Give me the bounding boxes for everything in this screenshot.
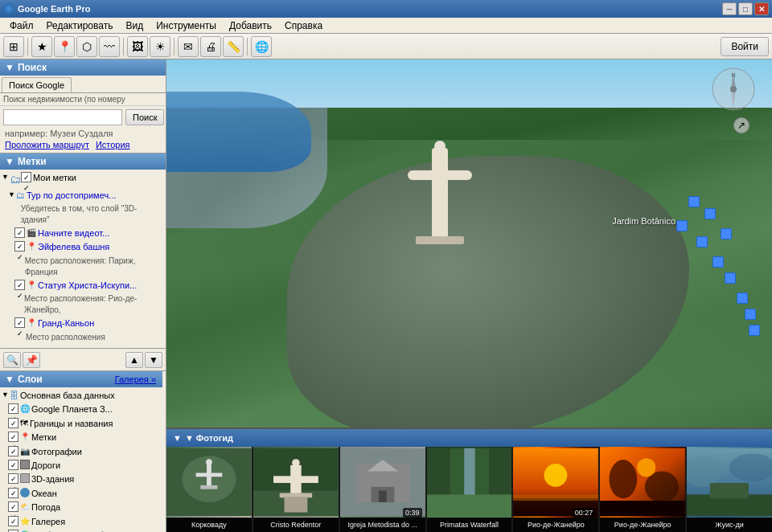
eiffel-label[interactable]: Эйфелева башня (38, 241, 109, 253)
nav-arrow[interactable]: ↗ (733, 117, 749, 133)
gallery-button[interactable]: Галерея » (112, 374, 159, 384)
photo-thumb-4[interactable]: Primatas Waterfall (427, 447, 514, 532)
layer-roads[interactable]: ✓ Дороги (2, 459, 164, 473)
toolbar-photo-btn[interactable]: 🖼 (127, 36, 148, 57)
move-up-btn[interactable]: ▲ (125, 352, 143, 368)
borders-label[interactable]: Границы и названия (30, 418, 113, 430)
photo-thumb-5[interactable]: 00:27 Рио-де-Жанейро (513, 447, 600, 532)
photos-label[interactable]: Фотографии (31, 446, 82, 458)
search-marks-btn[interactable]: 🔍 (3, 352, 21, 368)
layer-photos[interactable]: ✓ 📷 Фотографии (2, 445, 164, 459)
marker-3[interactable] (712, 256, 724, 268)
roads-label[interactable]: Дороги (31, 460, 60, 472)
layer-marks[interactable]: ✓ 📍 Метки (2, 431, 164, 444)
checkbox-canyon[interactable]: ✓ (14, 317, 25, 328)
nav-compass[interactable]: N (712, 68, 756, 112)
marker-5[interactable] (737, 293, 748, 304)
title-bar-controls[interactable]: ─ □ ✕ (722, 2, 769, 15)
maximize-button[interactable]: □ (738, 2, 753, 15)
layer-global[interactable]: ✓ 🌍 Глобальные проб... (2, 529, 164, 532)
marker-6[interactable] (745, 309, 756, 320)
toolbar-measure-btn[interactable]: 📏 (223, 36, 244, 57)
marker-8[interactable] (704, 208, 716, 219)
checkbox-marks-layer[interactable]: ✓ (8, 432, 18, 442)
tree-item-canyon[interactable]: ✓ 📍 Гранд-Каньон (2, 317, 164, 330)
checkbox-google-planet[interactable]: ✓ (8, 403, 18, 414)
checkbox-photos[interactable]: ✓ (8, 446, 18, 456)
checkbox-christ[interactable]: ✓ (14, 280, 25, 290)
weather-label[interactable]: Погода (31, 501, 60, 514)
google-planet-label[interactable]: Google Планета З... (31, 403, 113, 415)
checkbox-video[interactable]: ✓ (14, 227, 25, 238)
menu-help[interactable]: Справка (278, 19, 329, 32)
minimize-button[interactable]: ─ (722, 2, 737, 15)
search-button[interactable]: Поиск (125, 109, 164, 125)
photo-thumb-1[interactable]: Корковаду (166, 447, 253, 532)
login-button[interactable]: Войти (721, 37, 769, 56)
toolbar-sun-btn[interactable]: ☀ (150, 36, 170, 57)
checkbox-eiffel[interactable]: ✓ (14, 241, 25, 252)
checkbox-roads[interactable]: ✓ (8, 460, 18, 470)
tour-label[interactable]: Тур по достопримеч... (27, 190, 116, 202)
expander-my-marks[interactable]: ▼ (2, 172, 10, 182)
marker-10[interactable] (688, 196, 700, 207)
marker-1[interactable] (676, 220, 688, 231)
route-link[interactable]: Проложить маршрут (5, 140, 89, 149)
gallery-label[interactable]: Галерея (31, 516, 65, 528)
toolbar-path-btn[interactable]: 〰 (99, 36, 120, 57)
marker-4[interactable] (725, 272, 736, 284)
my-marks-label[interactable]: Мои метки (33, 172, 76, 184)
tree-item-my-marks[interactable]: ▼ 🗂 ✓ Мои метки (2, 171, 164, 189)
toolbar-placemark-btn[interactable]: 📍 (54, 36, 75, 57)
checkbox-my-marks[interactable]: ✓ (21, 172, 31, 182)
layer-google-planet[interactable]: ✓ 🌐 Google Планета З... (2, 403, 164, 416)
menu-add[interactable]: Добавить (223, 19, 278, 32)
search-input[interactable] (3, 109, 122, 125)
add-mark-btn[interactable]: 📌 (23, 352, 40, 368)
expander-main-db[interactable]: ▼ (2, 390, 10, 400)
toolbar-print-btn[interactable]: 🖨 (200, 36, 221, 57)
checkbox-weather[interactable]: ✓ (8, 501, 18, 512)
photo-thumb-3[interactable]: 0:39 Igreja Metodista do ... (340, 447, 427, 532)
tab-google-search[interactable]: Поиск Google (2, 77, 72, 92)
tree-item-christ[interactable]: ✓ 📍 Статуя Христа-Искупи... (2, 279, 164, 293)
layer-gallery[interactable]: ✓ ⭐ Галерея (2, 515, 164, 529)
tree-item-eiffel[interactable]: ✓ 📍 Эйфелева башня (2, 240, 164, 254)
history-link[interactable]: История (96, 140, 130, 149)
toolbar-layers-btn[interactable]: ⊞ (3, 36, 24, 57)
marker-9[interactable] (721, 228, 732, 239)
layers-header[interactable]: ▼ Слои (0, 371, 109, 387)
move-down-btn[interactable]: ▼ (145, 352, 162, 368)
3d-label[interactable]: 3D-здания (31, 473, 74, 485)
layer-3d[interactable]: ✓ 3D-здания (2, 473, 164, 486)
canyon-label[interactable]: Гранд-Каньон (38, 317, 94, 329)
toolbar-earth-btn[interactable]: 🌐 (251, 36, 272, 57)
photo-thumb-6[interactable]: Рио-де-Жанейро (600, 447, 687, 532)
layer-main-db[interactable]: ▼ 🗄 Основная база данных (2, 389, 164, 403)
toolbar-mail-btn[interactable]: ✉ (178, 36, 199, 57)
menu-tools[interactable]: Инструменты (150, 19, 223, 32)
close-button[interactable]: ✕ (754, 2, 769, 15)
tree-item-video[interactable]: ✓ 🎬 Начните видеот... (2, 227, 164, 240)
marker-7[interactable] (749, 325, 760, 336)
menu-edit[interactable]: Редактировать (40, 19, 120, 32)
photo-thumb-7[interactable]: Жуис-ди (687, 447, 772, 532)
tree-item-tour[interactable]: ▼ 🗂 Тур по достопримеч... (2, 189, 164, 203)
search-tab-2[interactable]: Поиск недвижимости (по номеру (0, 93, 166, 106)
layer-ocean[interactable]: ✓ Океан (2, 487, 164, 501)
marker-2[interactable] (696, 236, 708, 248)
search-header[interactable]: ▼ Поиск (0, 59, 166, 76)
menu-file[interactable]: Файл (3, 19, 40, 32)
video-label[interactable]: Начните видеот... (38, 227, 109, 239)
ocean-label[interactable]: Океан (31, 488, 57, 500)
layer-borders[interactable]: ✓ 🗺 Границы и названия (2, 417, 164, 431)
checkbox-borders[interactable]: ✓ (8, 418, 18, 428)
layer-weather[interactable]: ✓ ⛅ Погода (2, 501, 164, 514)
checkbox-3d[interactable]: ✓ (8, 473, 18, 484)
menu-view[interactable]: Вид (119, 19, 150, 32)
toolbar-bookmark-btn[interactable]: ★ (31, 36, 52, 57)
toolbar-polygon-btn[interactable]: ⬡ (76, 36, 97, 57)
marks-header[interactable]: ▼ Метки (0, 153, 166, 170)
checkbox-gallery[interactable]: ✓ (8, 516, 18, 526)
checkbox-ocean[interactable]: ✓ (8, 488, 18, 498)
